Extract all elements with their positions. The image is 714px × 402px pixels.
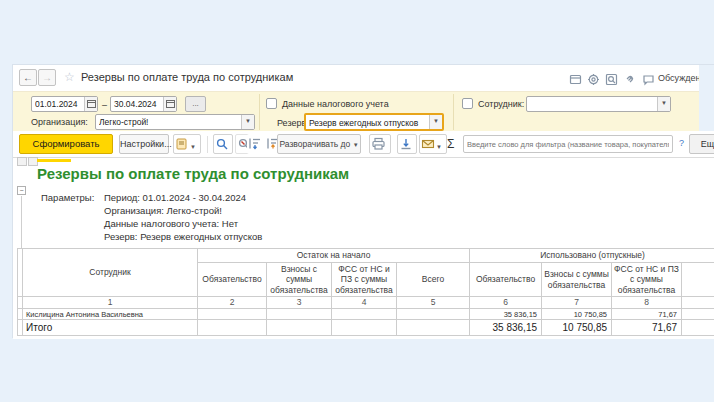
period-dash: – xyxy=(102,100,107,110)
organization-label: Организация: xyxy=(31,117,88,127)
col-header: ФСС от НС и ПЗ с суммы обязательства xyxy=(612,263,682,297)
more-button[interactable]: Ещё xyxy=(689,134,714,154)
total-value: 10 750,85 xyxy=(542,320,612,336)
screen: ← → ☆ Резервы по оплате труда по сотрудн… xyxy=(0,0,714,402)
chevron-down-icon[interactable]: ▼ xyxy=(657,97,670,111)
period-from-value[interactable]: 01.01.2024 xyxy=(35,99,83,109)
reserve-combo[interactable]: Резерв ежегодных отпусков ▼ xyxy=(304,113,444,131)
gear-icon[interactable] xyxy=(587,72,600,85)
background xyxy=(699,65,714,131)
organization-value[interactable]: Легко-строй! xyxy=(99,117,240,127)
cell-value: 10 750,85 xyxy=(542,309,612,320)
col-header: Взносы с суммы обязательства xyxy=(542,263,612,297)
group-line xyxy=(21,196,22,248)
settings-button[interactable]: Настройки... xyxy=(119,134,169,154)
chevron-down-icon[interactable]: ▼ xyxy=(241,115,254,129)
chevron-down-icon[interactable]: ▼ xyxy=(429,115,442,129)
period-variants-button[interactable]: ... xyxy=(185,96,206,112)
parameter-line: Резерв: Резерв ежегодных отпусков xyxy=(104,231,262,242)
parameter-line: Данные налогового учета: Нет xyxy=(104,218,238,229)
col-number: 5 xyxy=(397,297,470,309)
period-to-field[interactable]: 30.04.2024 xyxy=(110,96,177,112)
quick-filter-input[interactable] xyxy=(463,135,673,153)
col-number: 7 xyxy=(542,297,612,309)
col-header xyxy=(682,263,714,297)
group-toggle[interactable]: − xyxy=(17,186,26,195)
search-button[interactable] xyxy=(213,134,233,154)
generate-button[interactable]: Сформировать xyxy=(19,134,113,154)
col-header: Взносы с суммы обязательства xyxy=(267,263,332,297)
employee-label[interactable]: Сотрудник: xyxy=(478,99,524,109)
period-from-field[interactable]: 01.01.2024 xyxy=(31,96,98,112)
col-header-employee: Сотрудник xyxy=(23,249,198,297)
col-header: Обязательство xyxy=(198,263,267,297)
search-window-icon[interactable] xyxy=(605,72,618,85)
app-window: ← → ☆ Резервы по оплате труда по сотрудн… xyxy=(12,64,714,338)
table-row[interactable]: Кислицина Антонина Васильевна 35 836,15 … xyxy=(18,309,714,320)
report-title: Резервы по оплате труда по сотрудникам xyxy=(37,165,349,182)
total-value: 35 836,15 xyxy=(470,320,542,336)
col-number: 6 xyxy=(470,297,542,309)
divider xyxy=(453,94,454,130)
filter-panel: 01.01.2024 – 30.04.2024 ... Организация:… xyxy=(13,91,699,131)
group-header-start: Остаток на начало xyxy=(198,249,470,263)
forward-button[interactable]: → xyxy=(38,69,56,86)
employee-combo[interactable]: ▼ xyxy=(526,96,671,112)
back-button[interactable]: ← xyxy=(19,69,37,86)
favorite-star-icon[interactable]: ☆ xyxy=(64,70,75,84)
title-bar: ← → ☆ Резервы по оплате труда по сотрудн… xyxy=(13,65,699,91)
divider xyxy=(207,136,208,153)
group-level-button[interactable] xyxy=(17,157,27,166)
cell-value: 35 836,15 xyxy=(470,309,542,320)
organization-combo[interactable]: Легко-строй! ▼ xyxy=(95,114,255,130)
tax-data-checkbox[interactable] xyxy=(266,98,277,109)
print-button[interactable] xyxy=(369,134,391,154)
reserve-value[interactable]: Резерв ежегодных отпусков xyxy=(309,118,428,128)
employee-name[interactable]: Кислицина Антонина Васильевна xyxy=(23,309,198,320)
tax-data-label[interactable]: Данные налогового учета xyxy=(282,99,389,109)
col-number xyxy=(682,297,714,309)
total-value: 71,67 xyxy=(612,320,682,336)
chevron-down-icon: ▼ xyxy=(353,142,359,148)
cell-value: 71,67 xyxy=(612,309,682,320)
report-table: Сотрудник Остаток на начало Использовано… xyxy=(17,248,714,336)
parameter-line: Период: 01.01.2024 - 30.04.2024 xyxy=(104,192,246,203)
window-title: Резервы по оплате труда по сотрудникам xyxy=(81,71,293,83)
parameter-line: Организация: Легко-строй! xyxy=(104,205,222,216)
col-number: 1 xyxy=(23,297,198,309)
expand-to-button[interactable]: Разворачивать до ▼ xyxy=(277,134,361,154)
divider xyxy=(259,94,260,130)
sum-sigma-button[interactable]: Σ xyxy=(447,137,454,151)
save-file-button[interactable] xyxy=(397,134,417,154)
report-area: Резервы по оплате труда по сотрудникам П… xyxy=(13,158,714,339)
col-header: ФСС от НС и ПЗ с суммы обязательства xyxy=(332,263,397,297)
link-icon[interactable] xyxy=(623,72,636,85)
col-number: 8 xyxy=(612,297,682,309)
total-row: Итого 35 836,15 10 750,85 71,67 xyxy=(18,320,714,336)
expand-to-label: Разворачивать до xyxy=(279,139,350,149)
help-link[interactable]: ? xyxy=(679,138,684,148)
total-label: Итого xyxy=(23,320,198,336)
parameters-label: Параметры: xyxy=(41,192,94,203)
selection-bar xyxy=(37,159,71,162)
col-number: 3 xyxy=(267,297,332,309)
calendar-icon[interactable] xyxy=(163,97,176,111)
col-number: 2 xyxy=(198,297,267,309)
discussion-bubble-icon[interactable] xyxy=(642,72,655,85)
send-email-button[interactable]: ▼ xyxy=(419,134,447,154)
expand-groups-icon[interactable] xyxy=(247,134,265,154)
calendar-icon[interactable] xyxy=(84,97,97,111)
col-number: 4 xyxy=(332,297,397,309)
window-store-icon[interactable] xyxy=(569,72,582,85)
employee-checkbox[interactable] xyxy=(462,98,473,109)
col-header: Обязательство xyxy=(470,263,542,297)
report-variants-button[interactable]: ▼ xyxy=(173,134,201,154)
report-toolbar: Сформировать Настройки... ▼ Разворачиват… xyxy=(13,131,714,158)
group-header-used: Использовано (отпускные) xyxy=(470,249,714,263)
period-to-value[interactable]: 30.04.2024 xyxy=(114,99,162,109)
col-header: Всего xyxy=(397,263,470,297)
